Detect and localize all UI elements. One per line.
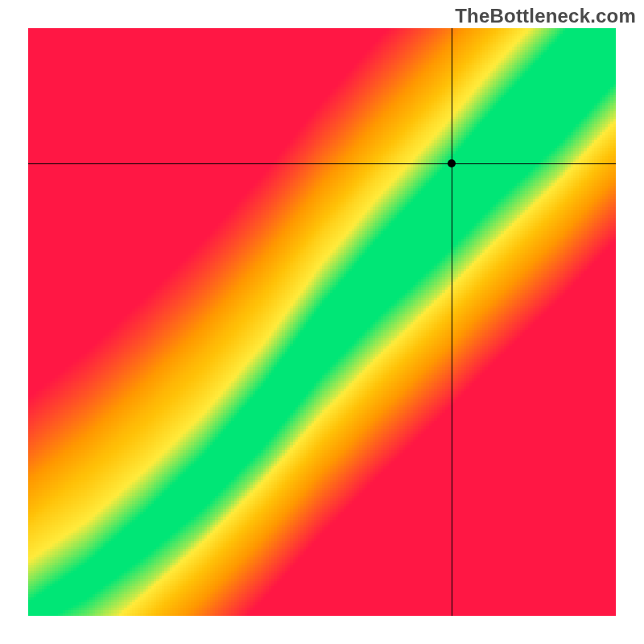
- heatmap-canvas: [28, 28, 616, 616]
- watermark-text: TheBottleneck.com: [455, 5, 636, 27]
- heatmap-chart: [28, 28, 616, 616]
- crosshair-horizontal: [28, 163, 616, 165]
- crosshair-vertical: [452, 28, 453, 616]
- marker-point: [448, 159, 456, 167]
